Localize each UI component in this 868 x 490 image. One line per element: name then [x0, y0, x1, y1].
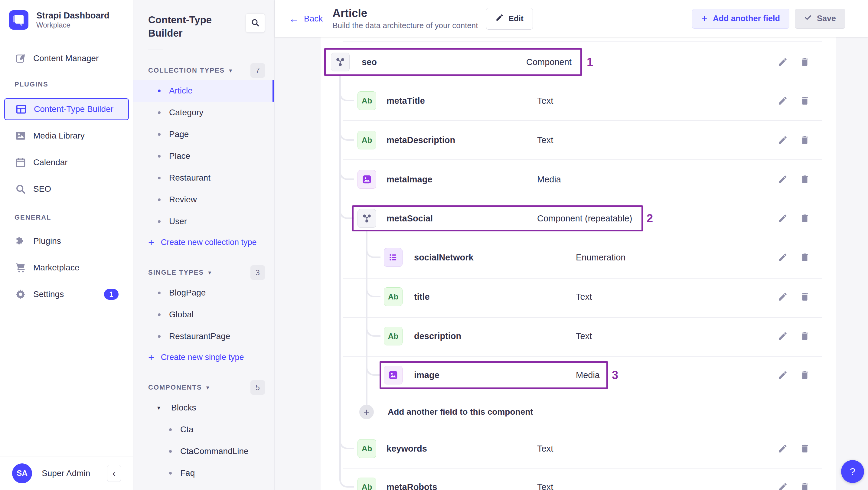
- field-type: Media: [576, 370, 600, 380]
- edit-field-button[interactable]: [776, 442, 789, 455]
- calendar-icon: [14, 156, 27, 169]
- subnav-item-faq[interactable]: Faq: [133, 462, 274, 484]
- delete-field-button[interactable]: [798, 55, 811, 69]
- subnav-item-restaurant[interactable]: Restaurant: [133, 167, 274, 189]
- row-divider: [343, 41, 822, 42]
- sidebar-section-label: PLUGINS: [4, 80, 129, 89]
- sidebar-sections: PLUGINSContent-Type BuilderMedia Library…: [4, 80, 129, 305]
- sidebar-item-plugins[interactable]: Plugins: [4, 230, 129, 252]
- field-name: title: [414, 292, 430, 302]
- subnav-item-user[interactable]: User: [133, 211, 274, 232]
- create-new-label: Create new collection type: [161, 238, 257, 247]
- group-header-single-types[interactable]: SINGLE TYPES▾3: [133, 266, 274, 279]
- subnav-item-page[interactable]: Page: [133, 123, 274, 145]
- delete-field-button[interactable]: [798, 442, 811, 455]
- group-items: ▾BlocksCtaCtaCommandLineFaqFeatures: [133, 397, 274, 490]
- add-field-to-component-label: Add another field to this component: [388, 407, 533, 417]
- subnav-item-label: Restaurant: [169, 173, 211, 183]
- field-row-keywords: AbkeywordsText: [320, 429, 836, 468]
- delete-field-button[interactable]: [798, 251, 811, 264]
- create-new-link[interactable]: +Create new single type: [133, 347, 274, 367]
- edit-field-button[interactable]: [776, 251, 789, 264]
- edit-field-button[interactable]: [776, 290, 789, 303]
- help-button[interactable]: ?: [841, 460, 864, 483]
- field-type: Text: [537, 482, 553, 490]
- sidebar-item-content-type-builder[interactable]: Content-Type Builder: [4, 98, 129, 120]
- edit-field-button[interactable]: [776, 212, 789, 225]
- sidebar-item-settings[interactable]: Settings1: [4, 283, 129, 305]
- avatar[interactable]: SA: [12, 463, 32, 483]
- edit-field-button[interactable]: [776, 94, 789, 108]
- content-type-builder-panel: Content-Type Builder COLLECTION TYPES▾7A…: [133, 0, 275, 490]
- group-header-components[interactable]: COMPONENTS▾5: [133, 380, 274, 394]
- edit-button[interactable]: Edit: [486, 8, 533, 30]
- puzzle-icon: [14, 235, 27, 247]
- subnav-item-label: Cta: [180, 425, 193, 434]
- delete-field-button[interactable]: [798, 94, 811, 108]
- field-row-metaTitle: AbmetaTitleText: [320, 81, 836, 120]
- bullet-icon: [158, 335, 161, 338]
- sidebar-item-label: SEO: [33, 184, 51, 194]
- search-icon: [250, 18, 260, 28]
- subnav-item-label: User: [169, 217, 187, 226]
- subnav-item-label: Faq: [180, 468, 195, 478]
- subnav-item-review[interactable]: Review: [133, 189, 274, 211]
- back-link[interactable]: ← Back: [289, 13, 323, 24]
- sidebar-item-label: Content-Type Builder: [34, 104, 114, 114]
- plus-circle-icon: +: [359, 405, 374, 419]
- delete-field-button[interactable]: [798, 133, 811, 147]
- edit-field-button[interactable]: [776, 368, 789, 382]
- sidebar-item-calendar[interactable]: Calendar: [4, 152, 129, 173]
- collapse-sidebar-button[interactable]: ‹: [107, 465, 121, 482]
- divider: [148, 50, 163, 50]
- delete-field-button[interactable]: [798, 290, 811, 303]
- type-groups: COLLECTION TYPES▾7ArticleCategoryPagePla…: [133, 63, 274, 490]
- edit-label: Edit: [509, 14, 524, 23]
- sidebar-item-content-manager[interactable]: Content Manager: [4, 48, 129, 69]
- delete-field-button[interactable]: [798, 173, 811, 186]
- edit-field-button[interactable]: [776, 55, 789, 69]
- edit-field-button[interactable]: [776, 480, 789, 490]
- bullet-icon: [158, 220, 161, 223]
- create-new-link[interactable]: +Create new collection type: [133, 232, 274, 252]
- field-type: Media: [537, 175, 561, 184]
- delete-field-button[interactable]: [798, 480, 811, 490]
- page-subtitle: Build the data architecture of your cont…: [332, 21, 478, 30]
- field-type: Text: [537, 444, 553, 454]
- subnav-item-category[interactable]: Category: [133, 102, 274, 123]
- field-row-metaDescription: AbmetaDescriptionText: [320, 120, 836, 160]
- field-name: metaTitle: [386, 96, 425, 106]
- delete-field-button[interactable]: [798, 212, 811, 225]
- delete-field-button[interactable]: [798, 329, 811, 343]
- edit-field-button[interactable]: [776, 133, 789, 147]
- delete-field-button[interactable]: [798, 368, 811, 382]
- field-type: Text: [576, 292, 592, 302]
- subnav-item-features[interactable]: Features: [133, 484, 274, 490]
- subnav-item-ctacommandline[interactable]: CtaCommandLine: [133, 440, 274, 462]
- subnav-item-restaurantpage[interactable]: RestaurantPage: [133, 326, 274, 347]
- sidebar-item-media-library[interactable]: Media Library: [4, 125, 129, 147]
- sidebar-footer: SA Super Admin ‹: [0, 456, 133, 490]
- sidebar-item-seo[interactable]: SEO: [4, 178, 129, 200]
- subnav-item-cta[interactable]: Cta: [133, 419, 274, 440]
- group-header-collection-types[interactable]: COLLECTION TYPES▾7: [133, 63, 274, 78]
- subnav-item-blogpage[interactable]: BlogPage: [133, 282, 274, 304]
- back-label: Back: [304, 14, 323, 24]
- page-header: ← Back Article Build the data architectu…: [275, 0, 868, 37]
- subnav-item-blocks[interactable]: ▾Blocks: [133, 397, 274, 419]
- annotation-number: 3: [612, 369, 618, 382]
- field-list-card: seoComponent1AbmetaTitleTextAbmetaDescri…: [320, 37, 836, 490]
- edit-field-button[interactable]: [776, 173, 789, 186]
- save-button[interactable]: Save: [795, 9, 845, 29]
- subnav-item-global[interactable]: Global: [133, 304, 274, 326]
- plus-icon: +: [701, 13, 707, 25]
- bullet-icon: [169, 472, 172, 474]
- add-field-to-component-button[interactable]: +Add another field to this component: [359, 405, 533, 419]
- bullet-icon: [169, 428, 172, 431]
- sidebar-item-marketplace[interactable]: Marketplace: [4, 257, 129, 279]
- search-button[interactable]: [246, 13, 265, 33]
- edit-field-button[interactable]: [776, 329, 789, 343]
- subnav-item-place[interactable]: Place: [133, 145, 274, 167]
- add-another-field-button[interactable]: + Add another field: [692, 9, 789, 29]
- subnav-item-article[interactable]: Article: [133, 80, 274, 102]
